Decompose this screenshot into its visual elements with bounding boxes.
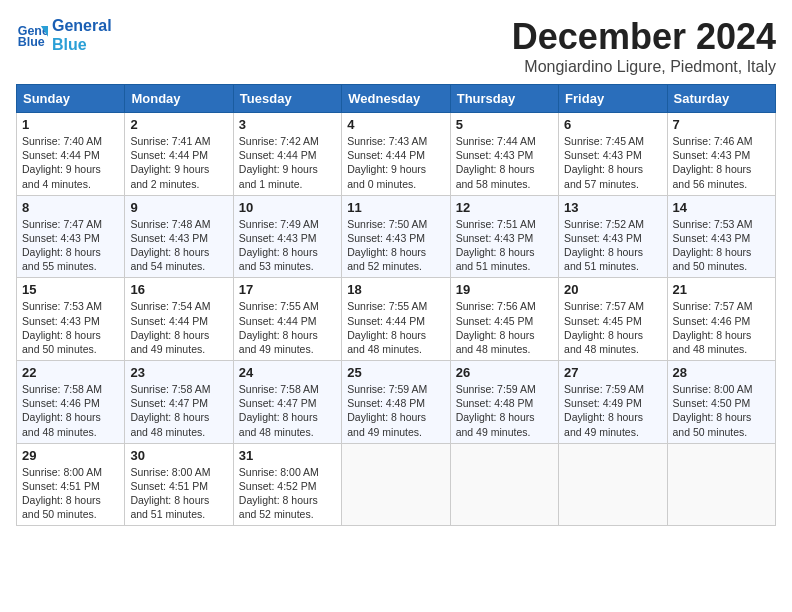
day-number: 1 — [22, 117, 119, 132]
day-number: 23 — [130, 365, 227, 380]
day-cell-2: 2Sunrise: 7:41 AMSunset: 4:44 PMDaylight… — [125, 113, 233, 196]
day-info: Sunrise: 7:44 AMSunset: 4:43 PMDaylight:… — [456, 134, 553, 191]
header-day-tuesday: Tuesday — [233, 85, 341, 113]
day-number: 9 — [130, 200, 227, 215]
day-cell-15: 15Sunrise: 7:53 AMSunset: 4:43 PMDayligh… — [17, 278, 125, 361]
day-number: 12 — [456, 200, 553, 215]
day-number: 7 — [673, 117, 770, 132]
day-info: Sunrise: 7:58 AMSunset: 4:46 PMDaylight:… — [22, 382, 119, 439]
empty-cell — [342, 443, 450, 526]
day-cell-29: 29Sunrise: 8:00 AMSunset: 4:51 PMDayligh… — [17, 443, 125, 526]
day-info: Sunrise: 8:00 AMSunset: 4:50 PMDaylight:… — [673, 382, 770, 439]
day-info: Sunrise: 7:57 AMSunset: 4:45 PMDaylight:… — [564, 299, 661, 356]
day-cell-30: 30Sunrise: 8:00 AMSunset: 4:51 PMDayligh… — [125, 443, 233, 526]
day-cell-24: 24Sunrise: 7:58 AMSunset: 4:47 PMDayligh… — [233, 361, 341, 444]
calendar-week-5: 29Sunrise: 8:00 AMSunset: 4:51 PMDayligh… — [17, 443, 776, 526]
day-cell-6: 6Sunrise: 7:45 AMSunset: 4:43 PMDaylight… — [559, 113, 667, 196]
day-number: 6 — [564, 117, 661, 132]
day-number: 13 — [564, 200, 661, 215]
header-day-monday: Monday — [125, 85, 233, 113]
logo-line2: Blue — [52, 35, 112, 54]
day-number: 22 — [22, 365, 119, 380]
day-info: Sunrise: 7:53 AMSunset: 4:43 PMDaylight:… — [22, 299, 119, 356]
calendar-week-2: 8Sunrise: 7:47 AMSunset: 4:43 PMDaylight… — [17, 195, 776, 278]
day-info: Sunrise: 7:46 AMSunset: 4:43 PMDaylight:… — [673, 134, 770, 191]
logo: General Blue General Blue — [16, 16, 112, 54]
day-number: 4 — [347, 117, 444, 132]
svg-text:Blue: Blue — [18, 35, 45, 49]
day-cell-10: 10Sunrise: 7:49 AMSunset: 4:43 PMDayligh… — [233, 195, 341, 278]
day-cell-14: 14Sunrise: 7:53 AMSunset: 4:43 PMDayligh… — [667, 195, 775, 278]
day-cell-4: 4Sunrise: 7:43 AMSunset: 4:44 PMDaylight… — [342, 113, 450, 196]
day-number: 18 — [347, 282, 444, 297]
day-number: 10 — [239, 200, 336, 215]
day-cell-18: 18Sunrise: 7:55 AMSunset: 4:44 PMDayligh… — [342, 278, 450, 361]
logo-line1: General — [52, 16, 112, 35]
day-cell-19: 19Sunrise: 7:56 AMSunset: 4:45 PMDayligh… — [450, 278, 558, 361]
day-number: 11 — [347, 200, 444, 215]
day-cell-23: 23Sunrise: 7:58 AMSunset: 4:47 PMDayligh… — [125, 361, 233, 444]
logo-icon: General Blue — [16, 19, 48, 51]
month-title: December 2024 — [512, 16, 776, 58]
day-number: 25 — [347, 365, 444, 380]
calendar-week-3: 15Sunrise: 7:53 AMSunset: 4:43 PMDayligh… — [17, 278, 776, 361]
day-cell-1: 1Sunrise: 7:40 AMSunset: 4:44 PMDaylight… — [17, 113, 125, 196]
day-number: 3 — [239, 117, 336, 132]
day-info: Sunrise: 7:54 AMSunset: 4:44 PMDaylight:… — [130, 299, 227, 356]
day-cell-20: 20Sunrise: 7:57 AMSunset: 4:45 PMDayligh… — [559, 278, 667, 361]
day-number: 31 — [239, 448, 336, 463]
day-info: Sunrise: 7:56 AMSunset: 4:45 PMDaylight:… — [456, 299, 553, 356]
day-info: Sunrise: 7:57 AMSunset: 4:46 PMDaylight:… — [673, 299, 770, 356]
calendar-week-1: 1Sunrise: 7:40 AMSunset: 4:44 PMDaylight… — [17, 113, 776, 196]
day-info: Sunrise: 7:48 AMSunset: 4:43 PMDaylight:… — [130, 217, 227, 274]
day-info: Sunrise: 7:59 AMSunset: 4:48 PMDaylight:… — [347, 382, 444, 439]
day-cell-13: 13Sunrise: 7:52 AMSunset: 4:43 PMDayligh… — [559, 195, 667, 278]
day-number: 30 — [130, 448, 227, 463]
header-row: SundayMondayTuesdayWednesdayThursdayFrid… — [17, 85, 776, 113]
day-number: 29 — [22, 448, 119, 463]
day-cell-28: 28Sunrise: 8:00 AMSunset: 4:50 PMDayligh… — [667, 361, 775, 444]
day-info: Sunrise: 8:00 AMSunset: 4:51 PMDaylight:… — [130, 465, 227, 522]
day-info: Sunrise: 7:40 AMSunset: 4:44 PMDaylight:… — [22, 134, 119, 191]
day-info: Sunrise: 7:41 AMSunset: 4:44 PMDaylight:… — [130, 134, 227, 191]
day-info: Sunrise: 7:47 AMSunset: 4:43 PMDaylight:… — [22, 217, 119, 274]
header-day-sunday: Sunday — [17, 85, 125, 113]
day-info: Sunrise: 7:51 AMSunset: 4:43 PMDaylight:… — [456, 217, 553, 274]
day-cell-7: 7Sunrise: 7:46 AMSunset: 4:43 PMDaylight… — [667, 113, 775, 196]
day-number: 26 — [456, 365, 553, 380]
day-info: Sunrise: 7:55 AMSunset: 4:44 PMDaylight:… — [239, 299, 336, 356]
day-cell-21: 21Sunrise: 7:57 AMSunset: 4:46 PMDayligh… — [667, 278, 775, 361]
day-cell-31: 31Sunrise: 8:00 AMSunset: 4:52 PMDayligh… — [233, 443, 341, 526]
day-cell-16: 16Sunrise: 7:54 AMSunset: 4:44 PMDayligh… — [125, 278, 233, 361]
day-number: 17 — [239, 282, 336, 297]
day-info: Sunrise: 7:53 AMSunset: 4:43 PMDaylight:… — [673, 217, 770, 274]
day-number: 20 — [564, 282, 661, 297]
day-info: Sunrise: 7:42 AMSunset: 4:44 PMDaylight:… — [239, 134, 336, 191]
day-number: 21 — [673, 282, 770, 297]
day-info: Sunrise: 7:49 AMSunset: 4:43 PMDaylight:… — [239, 217, 336, 274]
day-cell-9: 9Sunrise: 7:48 AMSunset: 4:43 PMDaylight… — [125, 195, 233, 278]
day-info: Sunrise: 7:43 AMSunset: 4:44 PMDaylight:… — [347, 134, 444, 191]
day-number: 2 — [130, 117, 227, 132]
header-day-friday: Friday — [559, 85, 667, 113]
day-info: Sunrise: 7:58 AMSunset: 4:47 PMDaylight:… — [239, 382, 336, 439]
day-cell-17: 17Sunrise: 7:55 AMSunset: 4:44 PMDayligh… — [233, 278, 341, 361]
day-info: Sunrise: 7:50 AMSunset: 4:43 PMDaylight:… — [347, 217, 444, 274]
day-cell-5: 5Sunrise: 7:44 AMSunset: 4:43 PMDaylight… — [450, 113, 558, 196]
day-cell-12: 12Sunrise: 7:51 AMSunset: 4:43 PMDayligh… — [450, 195, 558, 278]
day-number: 19 — [456, 282, 553, 297]
empty-cell — [450, 443, 558, 526]
day-cell-3: 3Sunrise: 7:42 AMSunset: 4:44 PMDaylight… — [233, 113, 341, 196]
day-cell-8: 8Sunrise: 7:47 AMSunset: 4:43 PMDaylight… — [17, 195, 125, 278]
day-cell-27: 27Sunrise: 7:59 AMSunset: 4:49 PMDayligh… — [559, 361, 667, 444]
day-number: 15 — [22, 282, 119, 297]
day-info: Sunrise: 7:52 AMSunset: 4:43 PMDaylight:… — [564, 217, 661, 274]
day-info: Sunrise: 7:58 AMSunset: 4:47 PMDaylight:… — [130, 382, 227, 439]
day-number: 14 — [673, 200, 770, 215]
title-block: December 2024 Mongiardino Ligure, Piedmo… — [512, 16, 776, 76]
day-info: Sunrise: 7:59 AMSunset: 4:48 PMDaylight:… — [456, 382, 553, 439]
calendar-table: SundayMondayTuesdayWednesdayThursdayFrid… — [16, 84, 776, 526]
location-subtitle: Mongiardino Ligure, Piedmont, Italy — [512, 58, 776, 76]
page-header: General Blue General Blue December 2024 … — [16, 16, 776, 76]
day-info: Sunrise: 8:00 AMSunset: 4:51 PMDaylight:… — [22, 465, 119, 522]
